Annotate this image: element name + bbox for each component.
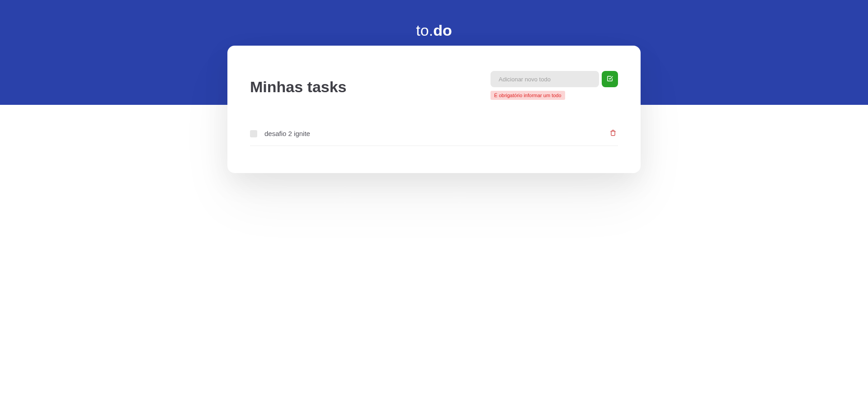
logo-text-bold: do <box>433 22 452 39</box>
input-row <box>491 71 618 87</box>
task-checkbox[interactable] <box>250 130 257 137</box>
task-label: desafio 2 ignite <box>264 130 310 137</box>
input-area: É obrigatório informar um todo <box>491 71 618 100</box>
logo-text-light: to. <box>416 22 433 39</box>
check-square-icon <box>607 75 613 83</box>
page-title: Minhas tasks <box>250 71 347 96</box>
main-card: Minhas tasks É obrigatório informar um t… <box>227 46 641 173</box>
trash-icon <box>610 130 616 137</box>
add-task-button[interactable] <box>602 71 618 87</box>
app-logo: to.do <box>0 22 868 39</box>
new-task-input[interactable] <box>491 71 599 87</box>
task-left: desafio 2 ignite <box>250 130 310 137</box>
error-message: É obrigatório informar um todo <box>491 91 565 100</box>
delete-task-button[interactable] <box>608 128 618 139</box>
task-item: desafio 2 ignite <box>250 122 618 146</box>
header: to.do Minhas tasks É obrig <box>0 0 868 105</box>
card-header: Minhas tasks É obrigatório informar um t… <box>250 71 618 100</box>
task-list: desafio 2 ignite <box>250 122 618 146</box>
